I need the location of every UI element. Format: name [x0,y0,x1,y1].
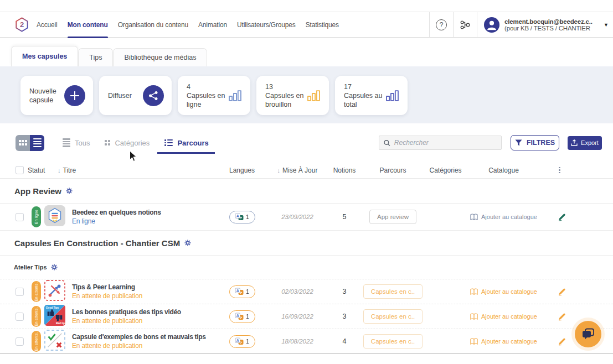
plus-icon [70,91,80,101]
select-all-area[interactable] [11,166,28,174]
parcours-button[interactable]: Capsules en c.. [363,309,423,324]
chat-fab[interactable] [575,321,601,347]
section-header-app-review: App Review [0,179,613,204]
view-mode-toggle[interactable] [16,135,44,151]
card-capsules-en-ligne[interactable]: 4Capsules en ligne [178,76,250,115]
gear-icon[interactable] [184,240,191,246]
edit-pencil-icon [558,337,566,346]
col-titre[interactable]: ↓Titre [44,167,217,174]
export-button[interactable]: Export [568,136,602,150]
beedeez-logo[interactable]: 2 [15,17,29,32]
notions-count: 4 [328,337,361,345]
languages-badge[interactable]: A1 [229,285,255,298]
col-maj[interactable]: ↓Mise À Jour [267,167,328,174]
col-categories[interactable]: Catégories [425,167,466,174]
capsule-status-text: En attente de publication [72,317,181,325]
nav-item-mon-contenu[interactable]: Mon contenu [63,12,113,37]
filter-tab-categories[interactable]: Catégories [105,135,150,151]
card-diffuser[interactable]: Diffuser [99,76,172,115]
sort-down-icon: ↓ [277,167,281,174]
edit-button[interactable] [541,288,602,296]
subsection-header-atelier-tips: Atelier Tips [0,256,613,279]
help-button[interactable]: ? [429,12,453,37]
capsule-row-tips-peer-learning[interactable]: En attente. Tips & Peer Learning En atte… [0,279,613,304]
tab-bibliotheque-de-medias[interactable]: Bibliothèque de médias [113,48,207,66]
tab-mes-capsules[interactable]: Mes capsules [11,46,78,66]
add-to-catalogue-button[interactable]: Ajouter au catalogue [466,214,541,221]
add-to-catalogue-button[interactable]: Ajouter au catalogue [466,313,541,320]
svg-text:Good Tips: Good Tips [46,306,59,309]
updated-date: 18/08/2022 [267,338,328,345]
col-parcours[interactable]: Parcours [361,167,425,174]
edit-pencil-icon [558,288,566,296]
translate-icon: A [235,337,244,345]
parcours-button[interactable]: Capsules en c.. [363,334,423,349]
capsule-status-text: En ligne [72,217,161,225]
catalogue-book-icon [470,338,478,345]
user-email: clement.bocquin@beedeez.c.. [504,18,597,25]
share-icon[interactable] [143,85,164,106]
row-checkbox[interactable] [16,213,24,221]
capsule-title: Les bonnes pratiques des tips vidéo [72,308,181,316]
capsule-row-capsule-d-exemples-de-bons-et-mauvais-tips[interactable]: En attente. Capsule d'exemples de bons e… [0,329,613,354]
col-langues[interactable]: Langues [217,167,267,174]
notions-count: 3 [328,313,361,320]
org-network-button[interactable] [453,12,477,37]
user-info: clement.bocquin@beedeez.c.. (pour KB / T… [504,18,597,32]
parcours-button[interactable]: Capsules en c.. [363,284,423,299]
user-menu[interactable]: clement.bocquin@beedeez.c.. (pour KB / T… [477,12,613,37]
filter-tab-parcours[interactable]: Parcours [164,135,208,151]
export-icon [571,139,578,146]
languages-badge[interactable]: A1 [229,310,255,323]
grid-view-icon[interactable] [16,135,30,151]
row-checkbox[interactable] [16,288,24,296]
filters-button[interactable]: FILTRES [511,135,559,150]
main-nav: AccueilMon contenuOrganisation du conten… [32,12,344,37]
gear-icon[interactable] [66,188,73,194]
row-checkbox[interactable] [16,313,24,321]
col-catalogue[interactable]: Catalogue [466,167,541,174]
gear-icon[interactable] [51,264,58,271]
add-to-catalogue-button[interactable]: Ajouter au catalogue [466,338,541,345]
card-capsules-au-total[interactable]: 17Capsules au total [335,76,408,115]
user-org: (pour KB / TESTS / CHANTIER [504,25,597,32]
plus-icon[interactable] [64,85,85,106]
nav-item-utilisateurs-groupes[interactable]: Utilisateurs/Groupes [232,12,301,37]
languages-badge[interactable]: A1 [229,335,255,348]
nav-item-organisation-du-contenu[interactable]: Organisation du contenu [113,12,193,37]
card-nouvelle-capsule[interactable]: Nouvelle capsule [20,76,93,115]
row-checkbox[interactable] [16,337,24,346]
search-box[interactable] [379,136,502,150]
add-to-catalogue-button[interactable]: Ajouter au catalogue [466,288,541,295]
status-pill: En ligne [32,206,41,227]
good-bad-tips-thumb: Good TipsBad tips [44,305,65,328]
nav-item-statistiques[interactable]: Statistiques [301,12,344,37]
capsule-row-beedeez-en-quelques-notions[interactable]: En ligne Beedeez en quelques notions En … [0,204,613,231]
grid-dots-icon [105,140,110,145]
col-more[interactable] [541,167,602,174]
parcours-button[interactable]: App review [369,210,416,224]
col-notions[interactable]: Notions [328,167,361,174]
edit-button[interactable] [541,313,602,321]
svg-text:A: A [236,339,239,342]
bar-chart-icon [307,90,321,102]
nav-item-accueil[interactable]: Accueil [32,12,63,37]
capsule-title: Beedeez en quelques notions [72,209,161,216]
sort-down-icon: ↓ [58,167,61,174]
search-input[interactable] [394,139,497,147]
list-view-icon[interactable] [30,135,44,151]
col-statut[interactable]: Statut [28,167,44,174]
tab-tips[interactable]: Tips [78,48,113,66]
edit-button[interactable] [541,213,602,221]
capsule-row-les-bonnes-pratiques-des-tips-video[interactable]: En attente. Good TipsBad tips Les bonnes… [0,304,613,329]
filter-tab-tous[interactable]: Tous [63,135,90,151]
capsules-table: Statut ↓Titre Langues ↓Mise À Jour Notio… [0,162,613,354]
languages-badge[interactable]: A1 [229,211,255,223]
card-capsules-en-brouillon[interactable]: 13Capsules en brouillon [256,76,329,115]
select-all-checkbox[interactable] [16,166,24,174]
status-pill: En attente. [32,281,41,302]
translate-icon: A [235,313,244,320]
filter-tabs: TousCatégoriesParcours [63,135,209,151]
edit-pencil-icon [558,213,566,221]
nav-item-animation[interactable]: Animation [193,12,232,37]
